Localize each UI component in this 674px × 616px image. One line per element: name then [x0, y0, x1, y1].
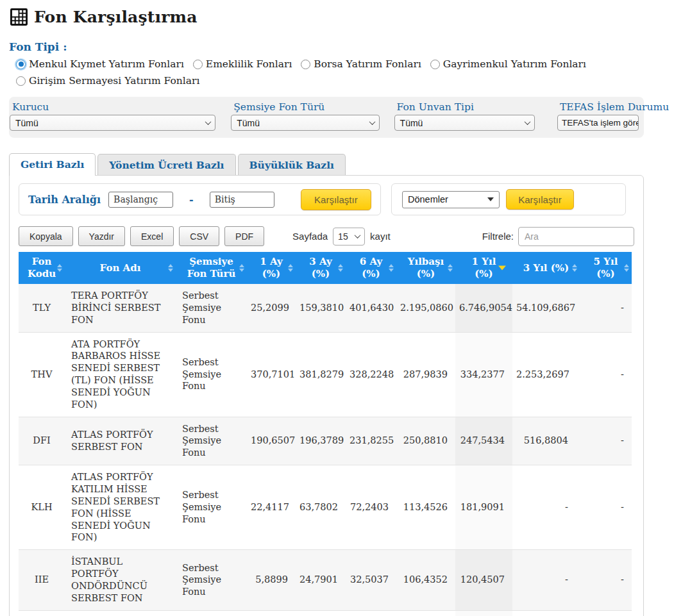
- radio-icon[interactable]: [430, 60, 440, 69]
- filter-field: Şemsiye Fon TürüTümü: [231, 101, 379, 131]
- return-1y-cell: 6.746,9054: [455, 284, 512, 332]
- table-row[interactable]: ZJIZİRAAT PORTFÖY İKİNCİ SERBEST (TL) FO…: [19, 610, 632, 616]
- table-row[interactable]: DFIATLAS PORTFÖY SERBEST FONSerbest Şems…: [19, 417, 632, 465]
- yazdir-button[interactable]: Yazdır: [78, 226, 125, 246]
- page-size-value: 15: [338, 231, 348, 242]
- radio-icon[interactable]: [301, 60, 310, 69]
- return-1y-cell: 247,5434: [455, 417, 512, 465]
- radio-option-label: Emeklilik Fonları: [206, 58, 292, 70]
- column-header-1-ay[interactable]: 1 Ay (%): [247, 252, 296, 284]
- tefas-i-slem-durumu-select[interactable]: TEFAS'ta işlem gören: [557, 115, 639, 131]
- kopyala-button[interactable]: Kopyala: [19, 226, 73, 246]
- page-title: Fon Karşılaştırma: [34, 8, 198, 26]
- csv-button[interactable]: CSV: [179, 226, 219, 246]
- sort-icon: [338, 264, 343, 272]
- sort-up-arrow: [448, 264, 453, 267]
- compare-by-date-button[interactable]: Karşılaştır: [301, 189, 371, 210]
- fund-type-label: Fon Tipi :: [9, 40, 674, 53]
- return-6m-cell: 401,6430: [346, 284, 396, 332]
- semsiye-fon-turu-select[interactable]: Tümü: [231, 115, 379, 131]
- column-label: Fon Adı: [100, 262, 141, 274]
- sort-up-arrow: [239, 264, 244, 267]
- return-1m-cell: 25,2099: [247, 284, 296, 332]
- return-6m-cell: 231,8255: [346, 417, 396, 465]
- column-header-fon-adi[interactable]: Fon Adı: [65, 252, 176, 284]
- page-size-select[interactable]: 15: [333, 228, 365, 246]
- return-ytd-cell: 250,8810: [396, 417, 455, 465]
- page-header: Fon Karşılaştırma: [9, 8, 674, 26]
- fon-unvan-tipi-select[interactable]: Tümü: [394, 115, 535, 131]
- return-3m-cell: 381,8279: [296, 332, 346, 417]
- table-row[interactable]: KLHATLAS PORTFÖY KATILIM HİSSE SENEDİ SE…: [19, 465, 632, 550]
- radio-icon[interactable]: [193, 60, 203, 69]
- sort-down-arrow: [288, 269, 293, 272]
- return-3m-cell: 24,7901: [296, 550, 346, 610]
- tab-buyukluk-bazli[interactable]: Büyüklük Bazlı: [238, 154, 346, 175]
- radio-row: Girişim Sermayesi Yatırım Fonları: [16, 75, 674, 87]
- radio-icon[interactable]: [16, 60, 26, 69]
- chevron-down-icon: [369, 119, 375, 125]
- return-3m-cell: -2,2251: [296, 610, 346, 616]
- select-value: Tümü: [237, 118, 260, 128]
- radio-icon[interactable]: [16, 76, 26, 86]
- sort-down-arrow: [572, 269, 577, 272]
- umbrella-type-cell: Serbest Şemsiye Fonu: [176, 332, 247, 417]
- table-row[interactable]: TLYTERA PORTFÖY BİRİNCİ SERBEST FONSerbe…: [19, 284, 632, 332]
- return-3m-cell: 159,3810: [296, 284, 346, 332]
- fund-type-option-emeklilik-fonlari[interactable]: Emeklilik Fonları: [193, 58, 292, 70]
- column-header-3-ay[interactable]: 3 Ay (%): [296, 252, 346, 284]
- select-value: Tümü: [400, 118, 423, 128]
- periods-select[interactable]: Dönemler: [402, 191, 500, 208]
- return-5y-cell: -: [580, 332, 632, 417]
- return-6m-cell: 20,0534: [346, 610, 396, 616]
- compare-by-period-button[interactable]: Karşılaştır: [506, 189, 574, 210]
- chevron-down-icon: [525, 119, 531, 125]
- sort-desc-icon: [498, 266, 506, 271]
- column-header-6-ay[interactable]: 6 Ay (%): [346, 252, 396, 284]
- start-date-input[interactable]: [108, 192, 173, 208]
- kurucu-select[interactable]: Tümü: [10, 115, 215, 131]
- return-1y-cell: 334,2377: [455, 332, 512, 417]
- filter-label: TEFAS İşlem Durumu: [560, 101, 639, 113]
- return-3y-cell: 54.109,6867: [512, 284, 580, 332]
- filter-label: Kurucu: [12, 101, 215, 113]
- filter-label: Şemsiye Fon Türü: [233, 101, 379, 113]
- return-1y-cell: 120,4507: [455, 550, 512, 610]
- column-header-1-yil[interactable]: 1 Yıl (%): [455, 252, 512, 284]
- fund-type-option-menkul-kiymet-yatirim-fonlari[interactable]: Menkul Kıymet Yatırım Fonları: [16, 58, 184, 70]
- sort-up-arrow: [572, 264, 577, 267]
- fund-type-option-gayrimenkul-yatirim-fonlari[interactable]: Gayrimenkul Yatırım Fonları: [430, 58, 586, 70]
- periods-panel: Dönemler Karşılaştır: [391, 183, 626, 215]
- return-3y-cell: 428,5576: [512, 610, 580, 616]
- sort-icon: [168, 264, 173, 272]
- column-label: 1 Yıl (%): [472, 256, 496, 279]
- chevron-down-icon: [205, 119, 212, 125]
- excel-button[interactable]: Excel: [130, 226, 174, 246]
- fund-type-option-girisim-sermayesi-yatirim-fonlari[interactable]: Girişim Sermayesi Yatırım Fonları: [16, 75, 199, 87]
- sort-up-arrow: [57, 264, 62, 267]
- table-toolbar: KopyalaYazdırExcelCSVPDF Sayfada 15 kayı…: [19, 226, 634, 246]
- date-separator: -: [189, 194, 194, 206]
- filter-field: KurucuTümü: [10, 101, 215, 131]
- end-date-input[interactable]: [210, 192, 274, 208]
- table-search-input[interactable]: [518, 227, 634, 246]
- sort-down-arrow: [57, 269, 62, 272]
- column-header-fon-kodu[interactable]: Fon Kodu: [19, 252, 65, 284]
- column-header-3-yil[interactable]: 3 Yıl (%): [512, 252, 580, 284]
- pdf-button[interactable]: PDF: [224, 226, 264, 246]
- filter-field: TEFAS İşlem DurumuTEFAS'ta işlem gören: [557, 101, 639, 131]
- return-6m-cell: 72,2403: [346, 465, 396, 550]
- table-row[interactable]: IIEİSTANBUL PORTFÖY ONDÖRDÜNCÜ SERBEST F…: [19, 550, 632, 610]
- fund-type-option-borsa-yatirim-fonlari[interactable]: Borsa Yatırım Fonları: [301, 58, 421, 70]
- filter-label: Filtrele:: [482, 231, 514, 242]
- fund-comparison-page: Fon Karşılaştırma Fon Tipi : Menkul Kıym…: [0, 0, 674, 616]
- tab-yonetim-ucreti-bazli[interactable]: Yönetim Ücreti Bazlı: [97, 154, 235, 175]
- tab-getiri-bazli[interactable]: Getiri Bazlı: [9, 153, 96, 176]
- sort-down-arrow: [338, 269, 343, 272]
- table-row[interactable]: THVATA PORTFÖY BARBAROS HİSSE SENEDİ SER…: [19, 332, 632, 417]
- radio-option-label: Girişim Sermayesi Yatırım Fonları: [29, 75, 199, 87]
- column-header-5-yil[interactable]: 5 Yıl (%): [580, 252, 632, 284]
- column-header-semsiye-fon-turu[interactable]: Şemsiye Fon Türü: [176, 252, 247, 284]
- return-5y-cell: -: [580, 284, 632, 332]
- column-header-yilbasi[interactable]: Yılbaşı (%): [396, 252, 455, 284]
